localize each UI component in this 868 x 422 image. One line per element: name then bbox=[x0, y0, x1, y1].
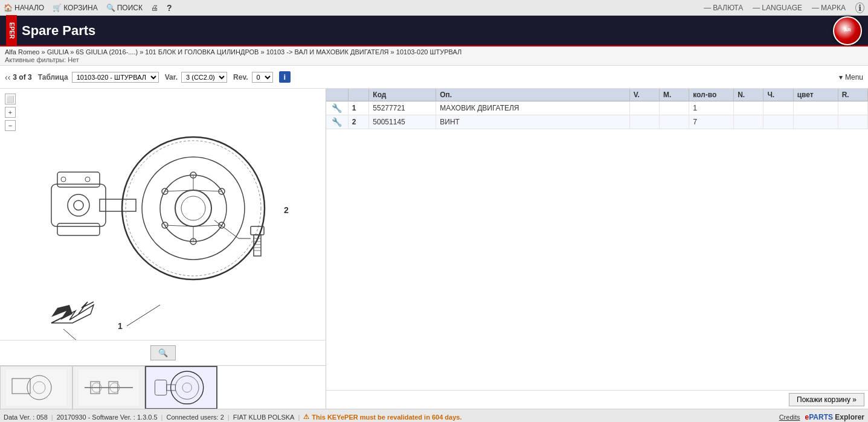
nav-home[interactable]: 🏠 НАЧАЛО bbox=[4, 4, 44, 12]
diagram-panel: ⬜ + − 1 bbox=[0, 89, 326, 409]
var-label: Var. bbox=[165, 73, 178, 82]
active-filters: Активные фильтры: Нет bbox=[5, 56, 863, 63]
add-to-cart-icon[interactable]: 🔧 bbox=[332, 117, 342, 127]
col-icon bbox=[326, 89, 348, 101]
app-title: Spare Parts bbox=[22, 23, 95, 39]
table-counter: 3 of 3 bbox=[13, 73, 31, 82]
table-label: Таблица bbox=[38, 73, 68, 82]
nav-search[interactable]: 🔍 ПОИСК bbox=[106, 4, 143, 12]
rev-select[interactable]: 0 1 bbox=[252, 72, 273, 83]
zoom-out-btn[interactable]: − bbox=[5, 120, 16, 131]
diagram-search-btn[interactable]: 🔍 bbox=[150, 345, 176, 360]
part-m-cell bbox=[659, 101, 689, 115]
print-icon: 🖨 bbox=[151, 4, 158, 12]
status-bar-right: Credits ePARTS Explorer bbox=[779, 413, 864, 421]
part-ch-cell bbox=[764, 115, 793, 129]
warning-icon: ⚠ bbox=[303, 413, 309, 421]
parts-table: Код Оп. V. М. кол-во N. Ч. цвет R. 🔧1552… bbox=[326, 89, 868, 129]
status-bar: Data Ver. : 058 | 20170930 - Software Ve… bbox=[0, 409, 868, 422]
cart-icon-cell[interactable]: 🔧 bbox=[326, 101, 348, 115]
cart-icon-cell[interactable]: 🔧 bbox=[326, 115, 348, 129]
eper-sidebar: EPER bbox=[6, 15, 17, 46]
prev-table-btn[interactable]: ‹‹ bbox=[5, 72, 10, 82]
nav-print[interactable]: 🖨 bbox=[151, 4, 158, 12]
diagram-tools: ⬜ + − bbox=[5, 94, 16, 131]
svg-rect-44 bbox=[6, 369, 66, 406]
cart-icon: 🛒 bbox=[53, 4, 62, 12]
col-color: цвет bbox=[793, 89, 838, 101]
part-color-cell bbox=[793, 115, 838, 129]
table-row: 🔧250051145ВИНТ7 bbox=[326, 115, 868, 129]
data-version: Data Ver. : 058 bbox=[4, 414, 48, 421]
col-ch: Ч. bbox=[764, 89, 793, 101]
main-content: ⬜ + − 1 bbox=[0, 89, 868, 409]
diagram-footer: 🔍 bbox=[0, 340, 326, 365]
var-select[interactable]: 3 (CC2.0) 1 2 bbox=[181, 72, 227, 83]
thumbnail-1[interactable] bbox=[0, 366, 72, 409]
col-code: Код bbox=[369, 89, 436, 101]
table-selector: Таблица 10103-020 - ШТУРВАЛ 10103-010 - … bbox=[38, 72, 159, 83]
header: EPER Spare Parts AR bbox=[0, 16, 868, 46]
club-name: FIAT KLUB POLSKA bbox=[233, 414, 295, 421]
nav-cart[interactable]: 🛒 КОРЗИНА bbox=[53, 4, 97, 12]
part-code-cell: 50051145 bbox=[369, 115, 436, 129]
currency-btn[interactable]: — ВАЛЮТА bbox=[704, 4, 743, 12]
rev-label: Rev. bbox=[233, 73, 248, 82]
brand-btn[interactable]: — МАРКА bbox=[812, 4, 846, 12]
currency-icon: — bbox=[704, 4, 711, 12]
menu-icon: ▾ bbox=[839, 73, 843, 82]
part-description-cell: ВИНТ bbox=[436, 115, 629, 129]
parts-table-wrapper[interactable]: Код Оп. V. М. кол-во N. Ч. цвет R. 🔧1552… bbox=[326, 89, 868, 390]
top-nav-right: — ВАЛЮТА — LANGUAGE — МАРКА ℹ bbox=[704, 2, 864, 13]
thumbnail-3[interactable] bbox=[145, 366, 217, 409]
table-select[interactable]: 10103-020 - ШТУРВАЛ 10103-010 - ВАЛ bbox=[72, 72, 159, 83]
thumbnail-svg-1 bbox=[6, 369, 66, 406]
part-r-cell bbox=[838, 115, 867, 129]
part-v-cell bbox=[629, 115, 659, 129]
brand-icon: — bbox=[812, 4, 819, 12]
home-icon: 🏠 bbox=[4, 4, 13, 12]
top-nav: 🏠 НАЧАЛО 🛒 КОРЗИНА 🔍 ПОИСК 🖨 ? — ВАЛЮТА … bbox=[0, 0, 868, 16]
table-row: 🔧155277721МАХОВИК ДВИГАТЕЛЯ1 bbox=[326, 101, 868, 115]
nav-help[interactable]: ? bbox=[167, 3, 172, 13]
part-number-cell: 2 bbox=[348, 115, 369, 129]
eparts-brand: ePARTS Explorer bbox=[805, 413, 865, 421]
credits-link[interactable]: Credits bbox=[779, 414, 800, 421]
zoom-area-btn[interactable]: ⬜ bbox=[5, 94, 16, 104]
search-icon: 🔍 bbox=[158, 348, 168, 357]
col-v: V. bbox=[629, 89, 659, 101]
col-num bbox=[348, 89, 369, 101]
info-nav-btn[interactable]: ℹ bbox=[855, 2, 864, 13]
breadcrumb-bar: Alfa Romeo » GIULIA » 6S GIULIA (2016-..… bbox=[0, 46, 868, 66]
zoom-in-btn[interactable]: + bbox=[5, 107, 16, 118]
svg-text:1: 1 bbox=[118, 321, 123, 331]
part-code-cell: 55277721 bbox=[369, 101, 436, 115]
software-version: 20170930 - Software Ver. : 1.3.0.5 bbox=[57, 414, 158, 421]
add-to-cart-icon[interactable]: 🔧 bbox=[332, 103, 342, 113]
col-n: N. bbox=[734, 89, 764, 101]
var-selector: Var. 3 (CC2.0) 1 2 bbox=[165, 72, 227, 83]
status-warning: ⚠ This KEYePER must be revalidated in 60… bbox=[303, 413, 461, 421]
language-btn[interactable]: — LANGUAGE bbox=[753, 4, 802, 12]
parts-footer: Покажи корзину » bbox=[326, 390, 868, 409]
table-info-btn[interactable]: i bbox=[279, 71, 291, 83]
col-qty: кол-во bbox=[689, 89, 734, 101]
part-n-cell bbox=[734, 115, 764, 129]
rev-selector: Rev. 0 1 bbox=[233, 72, 272, 83]
col-r: R. bbox=[838, 89, 867, 101]
part-color-cell bbox=[793, 101, 838, 115]
svg-rect-54 bbox=[146, 367, 216, 408]
part-number-cell: 1 bbox=[348, 101, 369, 115]
col-op: Оп. bbox=[436, 89, 629, 101]
language-icon: — bbox=[753, 4, 760, 12]
part-qty-cell: 1 bbox=[689, 101, 734, 115]
svg-rect-0 bbox=[15, 89, 311, 340]
thumbnail-2[interactable] bbox=[72, 366, 145, 409]
toolbar: ‹‹ 3 of 3 Таблица 10103-020 - ШТУРВАЛ 10… bbox=[0, 66, 868, 89]
alfa-romeo-logo: AR bbox=[833, 16, 862, 45]
menu-btn[interactable]: ▾ Menu bbox=[839, 73, 863, 82]
show-cart-btn[interactable]: Покажи корзину » bbox=[789, 393, 864, 406]
thumbnail-svg-3 bbox=[146, 366, 216, 409]
connected-users: Connected users: 2 bbox=[166, 414, 223, 421]
part-n-cell bbox=[734, 101, 764, 115]
